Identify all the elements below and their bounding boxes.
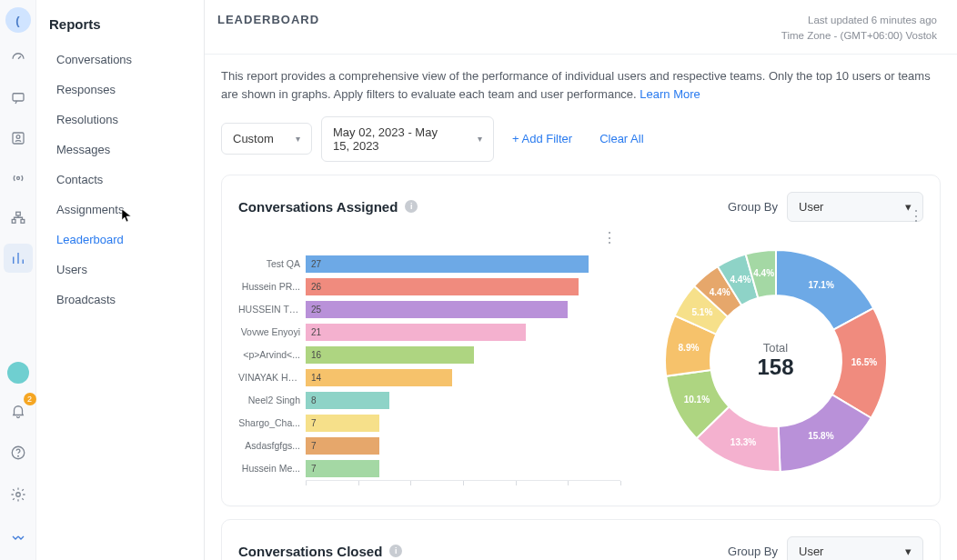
bar-row: Shargo_Cha...7 <box>238 412 620 435</box>
slice-label: 5.1% <box>691 307 712 317</box>
sidebar-item-responses[interactable]: Responses <box>49 75 204 105</box>
add-filter-button[interactable]: + Add Filter <box>503 125 581 153</box>
bar[interactable]: 26 <box>306 278 579 295</box>
slice-label: 8.9% <box>678 343 699 353</box>
learn-more-link[interactable]: Learn More <box>640 87 700 101</box>
date-range-dropdown[interactable]: May 02, 2023 - May 15, 2023▾ <box>321 116 494 162</box>
report-description: This report provides a comprehensive vie… <box>221 67 931 104</box>
icon-rail: ( 2 <box>0 0 36 560</box>
bar[interactable]: 27 <box>306 255 589 273</box>
brand-icon[interactable] <box>4 522 33 551</box>
workspace-avatar[interactable]: ( <box>5 7 31 33</box>
slice-label: 17.1% <box>808 279 833 289</box>
notifications-icon[interactable]: 2 <box>4 396 33 425</box>
bar-label: Hussein Me... <box>238 463 306 474</box>
slice-label: 10.1% <box>683 394 709 404</box>
bar[interactable]: 7 <box>306 415 379 432</box>
page-title: LEADERBOARD <box>217 13 319 26</box>
bar[interactable]: 21 <box>306 324 526 341</box>
bar-label: Hussein PR... <box>238 281 306 292</box>
bar[interactable]: 16 <box>306 346 474 364</box>
sidebar-item-contacts[interactable]: Contacts <box>49 165 204 195</box>
total-value: 158 <box>757 355 793 380</box>
svg-rect-5 <box>12 220 15 224</box>
bar-label: Shargo_Cha... <box>238 417 306 428</box>
svg-rect-4 <box>15 212 20 215</box>
bar-label: Neel2 Singh <box>238 395 306 405</box>
slice-label: 4.4% <box>753 268 774 278</box>
bar-label: VINAYAK HA... <box>238 372 306 383</box>
slice-label: 13.3% <box>730 437 755 447</box>
bar[interactable]: 14 <box>306 369 452 386</box>
bar-row: HUSSEIN TE...25 <box>238 298 620 321</box>
info-icon[interactable]: i <box>389 545 402 557</box>
svg-point-9 <box>15 493 20 497</box>
header-meta: Last updated 6 minutes ago Time Zone - (… <box>781 13 937 45</box>
card-title: Conversations Assigned <box>238 199 398 215</box>
broadcast-icon[interactable] <box>4 164 33 193</box>
groupby-label: Group By <box>728 545 778 558</box>
chevron-down-icon: ▾ <box>296 134 300 144</box>
slice-label: 4.4% <box>709 287 730 297</box>
bar-row: Neel2 Singh8 <box>238 389 620 412</box>
svg-point-3 <box>16 177 19 180</box>
info-icon[interactable]: i <box>405 200 418 213</box>
bar[interactable]: 25 <box>306 301 568 318</box>
chat-icon[interactable] <box>4 84 33 113</box>
bar[interactable]: 7 <box>306 437 379 455</box>
notification-badge: 2 <box>24 393 36 405</box>
sidebar-item-leaderboard[interactable]: Leaderboard <box>49 225 204 255</box>
sidebar-item-conversations[interactable]: Conversations <box>49 45 204 75</box>
sidebar-item-resolutions[interactable]: Resolutions <box>49 105 204 135</box>
groupby-select[interactable]: User▾ <box>787 192 923 222</box>
groupby-label: Group By <box>728 200 778 214</box>
sidebar-item-assignments[interactable]: Assignments <box>49 195 204 225</box>
slice-label: 15.8% <box>808 431 833 441</box>
range-mode-dropdown[interactable]: Custom▾ <box>221 123 312 155</box>
sidebar-item-messages[interactable]: Messages <box>49 135 204 165</box>
svg-rect-0 <box>13 94 24 101</box>
bar-row: Asdasfgfgs...7 <box>238 435 620 457</box>
settings-icon[interactable] <box>4 480 33 509</box>
slice-label: 4.4% <box>730 275 750 285</box>
user-avatar[interactable] <box>7 362 29 384</box>
conversations-closed-card: Conversations Closed i Group By User▾ <box>221 519 941 560</box>
bar-row: <p>Arvind<...16 <box>238 344 620 366</box>
card-title: Conversations Closed <box>238 544 382 559</box>
chart-menu-icon[interactable]: ⋮ <box>909 207 923 225</box>
bar-row: Hussein PR...26 <box>238 275 620 298</box>
last-updated: Last updated 6 minutes ago <box>781 13 937 28</box>
timezone: Time Zone - (GMT+06:00) Vostok <box>781 28 937 44</box>
bar-row: VINAYAK HA...14 <box>238 366 620 389</box>
svg-point-2 <box>16 135 20 139</box>
svg-rect-6 <box>21 220 25 224</box>
bar[interactable]: 7 <box>306 460 379 477</box>
help-icon[interactable] <box>4 438 33 467</box>
bar-row: Test QA27 <box>238 253 620 275</box>
bar-label: Vovwe Enyoyi <box>238 326 306 337</box>
reports-icon[interactable] <box>4 244 33 273</box>
svg-point-8 <box>17 455 18 456</box>
contacts-icon[interactable] <box>4 124 33 153</box>
sidebar-item-users[interactable]: Users <box>49 255 204 285</box>
dashboard-icon[interactable] <box>4 44 33 73</box>
bar-row: Hussein Me...7 <box>238 457 620 480</box>
groupby-select[interactable]: User▾ <box>787 536 923 560</box>
bar-chart: ⋮ Test QA27Hussein PR...26HUSSEIN TE...2… <box>238 229 620 493</box>
bar-label: Test QA <box>238 258 306 269</box>
bar-label: HUSSEIN TE... <box>238 304 306 315</box>
slice-label: 16.5% <box>851 357 876 367</box>
bar-row: Vovwe Enyoyi21 <box>238 321 620 344</box>
bar-label: <p>Arvind<... <box>238 349 306 360</box>
reports-sidebar: Reports ConversationsResponsesResolution… <box>36 0 204 560</box>
bar[interactable]: 8 <box>306 392 389 409</box>
org-icon[interactable] <box>4 204 33 233</box>
conversations-assigned-card: Conversations Assigned i Group By User▾ … <box>221 175 941 506</box>
chart-menu-icon[interactable]: ⋮ <box>602 229 617 246</box>
clear-all-button[interactable]: Clear All <box>590 125 652 153</box>
chevron-down-icon: ▾ <box>478 134 482 144</box>
bar-label: Asdasfgfgs... <box>238 440 306 451</box>
sidebar-item-broadcasts[interactable]: Broadcasts <box>49 285 204 315</box>
chevron-down-icon: ▾ <box>905 545 912 558</box>
total-label: Total <box>757 341 793 355</box>
